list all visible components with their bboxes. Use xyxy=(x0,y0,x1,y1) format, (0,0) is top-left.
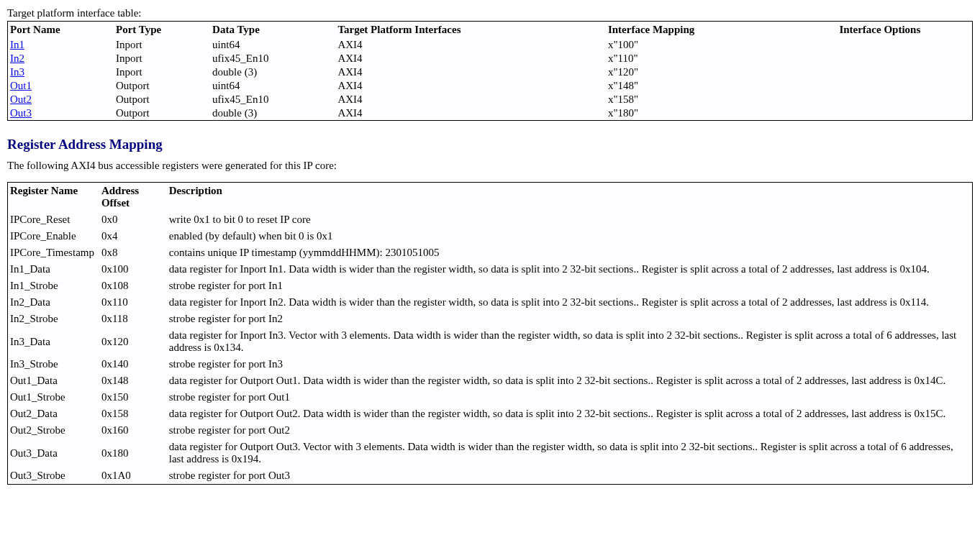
table-row: Out1_Data0x148data register for Outport … xyxy=(8,373,973,389)
table-row: In3_Strobe0x140strobe register for port … xyxy=(8,356,973,373)
cell: IPCore_Timestamp xyxy=(8,244,99,261)
cell: IPCore_Enable xyxy=(8,228,99,244)
cell: AXI4 xyxy=(335,65,605,79)
cell: double (3) xyxy=(210,65,335,79)
table-row: In2_Data0x110data register for Inport In… xyxy=(8,294,973,311)
cell: In2_Strobe xyxy=(8,311,99,327)
port-link[interactable]: In1 xyxy=(10,39,24,50)
col-data-type: Data Type xyxy=(210,22,335,39)
col-port-type: Port Type xyxy=(114,22,210,39)
cell: strobe register for port In3 xyxy=(167,356,973,373)
cell: strobe register for port Out1 xyxy=(167,389,973,406)
cell: 0x140 xyxy=(99,356,167,373)
cell: Inport xyxy=(114,65,210,79)
cell: Out1_Data xyxy=(8,373,99,389)
cell xyxy=(789,79,973,93)
cell: 0x150 xyxy=(99,389,167,406)
cell xyxy=(789,65,973,79)
cell: 0x110 xyxy=(99,294,167,311)
cell: IPCore_Reset xyxy=(8,211,99,228)
cell: AXI4 xyxy=(335,38,605,52)
table-row: In2Inportufix45_En10AXI4x"110" xyxy=(8,52,973,65)
cell: In2_Data xyxy=(8,294,99,311)
table-row: In2_Strobe0x118strobe register for port … xyxy=(8,311,973,327)
cell: Inport xyxy=(114,38,210,52)
port-link[interactable]: In3 xyxy=(10,66,24,78)
cell: data register for Inport In1. Data width… xyxy=(167,261,973,278)
table-row: IPCore_Timestamp0x8contains unique IP ti… xyxy=(8,244,973,261)
cell: data register for Outport Out1. Data wid… xyxy=(167,373,973,389)
cell: uint64 xyxy=(210,38,335,52)
port-link[interactable]: Out3 xyxy=(10,107,32,119)
cell: data register for Outport Out3. Vector w… xyxy=(167,439,973,467)
cell: strobe register for port In1 xyxy=(167,278,973,294)
cell: 0x0 xyxy=(99,211,167,228)
cell: contains unique IP timestamp (yymmddHHMM… xyxy=(167,244,973,261)
cell: Inport xyxy=(114,52,210,65)
port-link[interactable]: Out1 xyxy=(10,80,32,91)
cell: In1_Strobe xyxy=(8,278,99,294)
cell xyxy=(789,93,973,106)
cell: data register for Inport In2. Data width… xyxy=(167,294,973,311)
col-description: Description xyxy=(167,183,973,212)
cell: Outport xyxy=(114,106,210,121)
cell: 0x118 xyxy=(99,311,167,327)
table-row: Out1Outportuint64AXI4x"148" xyxy=(8,79,973,93)
cell: AXI4 xyxy=(335,93,605,106)
cell: x"180" xyxy=(606,106,789,121)
table-row: Out2Outportufix45_En10AXI4x"158" xyxy=(8,93,973,106)
cell: 0x148 xyxy=(99,373,167,389)
cell: AXI4 xyxy=(335,106,605,121)
cell xyxy=(789,38,973,52)
cell: In1_Data xyxy=(8,261,99,278)
cell: uint64 xyxy=(210,79,335,93)
table-row: In3_Data0x120data register for Inport In… xyxy=(8,327,973,356)
table-row: In3Inportdouble (3)AXI4x"120" xyxy=(8,65,973,79)
table-row: Out2_Strobe0x160strobe register for port… xyxy=(8,422,973,439)
cell: 0x180 xyxy=(99,439,167,467)
cell: strobe register for port In2 xyxy=(167,311,973,327)
cell: double (3) xyxy=(210,106,335,121)
register-table-header-row: Register Name Address Offset Description xyxy=(8,183,973,212)
cell: 0x8 xyxy=(99,244,167,261)
cell: ufix45_En10 xyxy=(210,52,335,65)
port-link[interactable]: In2 xyxy=(10,52,24,64)
cell: strobe register for port Out2 xyxy=(167,422,973,439)
register-table: Register Name Address Offset Description… xyxy=(7,182,973,485)
table-row: In1_Strobe0x108strobe register for port … xyxy=(8,278,973,294)
section-intro: The following AXI4 bus accessible regist… xyxy=(7,160,973,172)
cell: Out2_Strobe xyxy=(8,422,99,439)
cell: enabled (by default) when bit 0 is 0x1 xyxy=(167,228,973,244)
cell: In3_Data xyxy=(8,327,99,356)
cell: x"110" xyxy=(606,52,789,65)
cell: 0x1A0 xyxy=(99,467,167,485)
cell: write 0x1 to bit 0 to reset IP core xyxy=(167,211,973,228)
col-interface-mapping: Interface Mapping xyxy=(606,22,789,39)
cell: AXI4 xyxy=(335,79,605,93)
col-address-offset: Address Offset xyxy=(99,183,167,212)
cell: x"148" xyxy=(606,79,789,93)
cell: In3_Strobe xyxy=(8,356,99,373)
cell: 0x108 xyxy=(99,278,167,294)
col-register-name: Register Name xyxy=(8,183,99,212)
port-link[interactable]: Out2 xyxy=(10,93,32,105)
interface-table-header-row: Port Name Port Type Data Type Target Pla… xyxy=(8,22,973,39)
cell: Out3_Strobe xyxy=(8,467,99,485)
cell: data register for Inport In3. Vector wit… xyxy=(167,327,973,356)
table-row: Out3_Strobe0x1A0strobe register for port… xyxy=(8,467,973,485)
interface-table: Port Name Port Type Data Type Target Pla… xyxy=(7,21,973,121)
table-row: In1_Data0x100data register for Inport In… xyxy=(8,261,973,278)
table-row: Out3Outportdouble (3)AXI4x"180" xyxy=(8,106,973,121)
cell: x"158" xyxy=(606,93,789,106)
cell xyxy=(789,52,973,65)
table-row: Out1_Strobe0x150strobe register for port… xyxy=(8,389,973,406)
table-row: IPCore_Enable0x4enabled (by default) whe… xyxy=(8,228,973,244)
col-target-interfaces: Target Platform Interfaces xyxy=(335,22,605,39)
cell xyxy=(789,106,973,121)
cell: 0x4 xyxy=(99,228,167,244)
cell: ufix45_En10 xyxy=(210,93,335,106)
cell: x"100" xyxy=(606,38,789,52)
cell: Out1_Strobe xyxy=(8,389,99,406)
cell: x"120" xyxy=(606,65,789,79)
cell: Out2_Data xyxy=(8,406,99,422)
